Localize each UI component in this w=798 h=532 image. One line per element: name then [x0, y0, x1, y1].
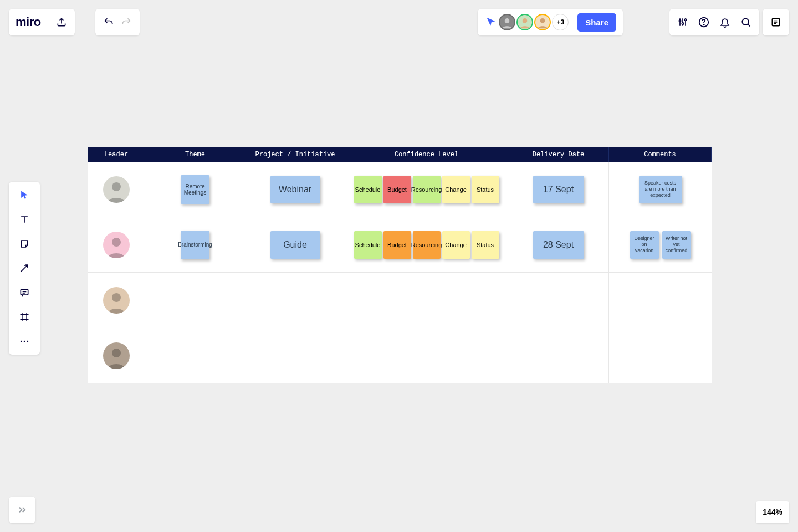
confidence-note[interactable]: Resourcing [413, 231, 441, 259]
delivery-note[interactable]: 17 Sept [533, 176, 584, 203]
cell-leader [88, 162, 145, 217]
comment-tool[interactable] [14, 285, 34, 300]
more-tools-icon[interactable] [14, 334, 34, 349]
tool-rail [9, 182, 40, 355]
table-body: Remote Meetings Webinar ScheduleBudgetRe… [88, 162, 712, 383]
notifications-icon[interactable] [718, 16, 732, 29]
cell-confidence [345, 328, 508, 383]
leader-avatar[interactable] [103, 287, 130, 314]
table-header: Leader Theme Project / Initiative Confid… [88, 147, 712, 162]
avatar-overflow-badge[interactable]: +3 [552, 14, 569, 30]
table-row [88, 328, 712, 383]
divider [48, 16, 48, 29]
cell-theme: Brainstorming [145, 217, 245, 272]
undo-icon[interactable] [102, 16, 115, 29]
svg-point-14 [112, 182, 121, 191]
header-comments: Comments [609, 147, 712, 162]
avatar[interactable] [499, 14, 515, 30]
cell-theme: Remote Meetings [145, 162, 245, 217]
svg-point-13 [27, 341, 29, 342]
confidence-note[interactable]: Schedule [354, 176, 382, 203]
confidence-note[interactable]: Change [442, 231, 470, 259]
comment-note[interactable]: Designer on vacation [630, 231, 659, 259]
delivery-note[interactable]: 28 Sept [533, 231, 584, 259]
collab-panel: +3 Share [478, 9, 623, 35]
svg-point-3 [679, 20, 681, 22]
logo[interactable]: miro [16, 15, 41, 29]
sticky-note-tool[interactable] [14, 236, 34, 252]
cell-leader [88, 273, 145, 328]
cell-project [245, 273, 345, 328]
cell-confidence: ScheduleBudgetResourcingChangeStatus [345, 217, 508, 272]
header-leader: Leader [88, 147, 145, 162]
cell-confidence: ScheduleBudgetResourcingChangeStatus [345, 162, 508, 217]
cell-confidence [345, 273, 508, 328]
cell-delivery: 28 Sept [508, 217, 609, 272]
svg-point-16 [112, 293, 121, 302]
cursor-follow-icon[interactable] [484, 16, 498, 29]
cell-comments [609, 273, 712, 328]
undo-redo-panel [95, 9, 140, 35]
svg-rect-10 [21, 289, 28, 295]
zoom-indicator[interactable]: 144% [756, 501, 789, 523]
confidence-note[interactable]: Status [472, 231, 499, 259]
cell-theme [145, 328, 245, 383]
arrow-tool[interactable] [14, 260, 34, 276]
project-note[interactable]: Webinar [270, 176, 320, 203]
confidence-note[interactable]: Status [472, 176, 499, 203]
settings-icon[interactable] [676, 16, 689, 29]
table-row [88, 273, 712, 328]
help-icon[interactable] [697, 16, 710, 29]
theme-note[interactable]: Remote Meetings [181, 175, 209, 204]
expand-panel-button[interactable] [9, 497, 35, 523]
svg-point-11 [21, 341, 22, 342]
cell-theme [145, 273, 245, 328]
select-tool[interactable] [14, 187, 34, 203]
leader-avatar[interactable] [103, 342, 130, 369]
header-theme: Theme [145, 147, 245, 162]
cell-comments: Designer on vacationWriter not yet confi… [609, 217, 712, 272]
notes-panel-button[interactable] [763, 9, 789, 35]
cell-project: Guide [245, 217, 345, 272]
actions-panel [669, 9, 759, 35]
comment-note[interactable]: Writer not yet confirmed [662, 231, 691, 259]
comment-note[interactable]: Speaker costs are more than expected [639, 176, 682, 203]
cell-leader [88, 217, 145, 272]
svg-point-17 [112, 349, 121, 357]
search-icon[interactable] [739, 16, 753, 29]
svg-point-7 [703, 24, 704, 25]
export-icon[interactable] [55, 16, 68, 29]
avatar[interactable] [534, 14, 551, 30]
confidence-note[interactable]: Budget [383, 231, 411, 259]
leader-avatar[interactable] [103, 176, 130, 203]
frame-tool[interactable] [14, 309, 34, 325]
theme-note[interactable]: Brainstorming [181, 231, 209, 259]
text-tool[interactable] [14, 212, 34, 227]
svg-point-5 [684, 19, 686, 21]
header-delivery: Delivery Date [508, 147, 609, 162]
cell-project [245, 328, 345, 383]
cell-comments: Speaker costs are more than expected [609, 162, 712, 217]
header-project: Project / Initiative [245, 147, 345, 162]
svg-point-12 [24, 341, 25, 342]
svg-point-8 [742, 18, 749, 25]
leader-avatar[interactable] [103, 232, 130, 258]
avatar[interactable] [516, 14, 533, 30]
confidence-note[interactable]: Schedule [354, 231, 382, 259]
cell-project: Webinar [245, 162, 345, 217]
svg-point-15 [112, 238, 121, 247]
cell-delivery [508, 273, 609, 328]
share-button[interactable]: Share [577, 13, 616, 32]
confidence-note[interactable]: Change [442, 176, 470, 203]
board-table[interactable]: Leader Theme Project / Initiative Confid… [88, 147, 712, 383]
cell-delivery [508, 328, 609, 383]
confidence-note[interactable]: Budget [383, 176, 411, 203]
project-note[interactable]: Guide [270, 231, 320, 259]
top-left-panel: miro [9, 9, 75, 35]
confidence-note[interactable]: Resourcing [413, 176, 441, 203]
svg-point-0 [505, 18, 510, 23]
svg-point-2 [540, 18, 545, 23]
cell-delivery: 17 Sept [508, 162, 609, 217]
table-row: Brainstorming Guide ScheduleBudgetResour… [88, 217, 712, 273]
redo-icon[interactable] [120, 16, 133, 29]
